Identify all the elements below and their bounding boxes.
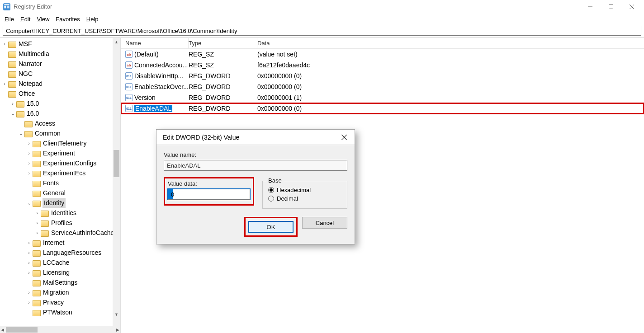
menu-file[interactable]: File [5,16,14,23]
tree-item-label: ExperimentConfigs [43,158,97,168]
value-row[interactable]: ConnectedAccou...REG_SZf6a212fe0daaed4c [121,60,644,70]
cancel-button[interactable]: Cancel [302,217,347,229]
chevron-right-icon[interactable]: › [25,140,33,147]
value-row[interactable]: EnableADALREG_DWORD0x00000000 (0) [121,103,644,114]
chevron-right-icon[interactable]: › [25,159,33,167]
tree-item-identities[interactable]: ›Identities [0,208,120,218]
tree-item-clienttelemetry[interactable]: ›ClientTelemetry [0,138,120,148]
value-row[interactable]: EnableStackOver...REG_DWORD0x00000000 (0… [121,81,644,92]
tree-item-label: 16.0 [26,108,39,118]
radio-dot-icon [268,187,274,193]
menu-view[interactable]: View [37,16,49,23]
tree-item-profiles[interactable]: ›Profiles [0,218,120,228]
chevron-right-icon[interactable]: › [25,249,33,256]
tree-item-16-0[interactable]: ⌄16.0 [0,108,120,118]
folder-icon [33,140,41,147]
close-button[interactable] [621,0,642,14]
chevron-right-icon[interactable]: › [9,100,16,107]
tree-vertical-scrollbar[interactable]: ▲ ▼ [113,38,120,326]
radio-empty-icon [268,196,274,202]
value-row[interactable]: DisableWinHttp...REG_DWORD0x00000000 (0) [121,70,644,81]
menu-edit[interactable]: Edit [20,16,30,23]
tree-item-label: Access [34,118,56,128]
ok-highlight: OK [244,217,298,237]
tree-item-ngc[interactable]: NGC [0,69,120,79]
chevron-down-icon[interactable]: ⌄ [25,199,33,206]
tree-item-identity[interactable]: ⌄Identity [0,198,120,208]
values-header[interactable]: Name Type Data [121,38,644,49]
tree-item-fonts[interactable]: Fonts [0,178,120,188]
chevron-right-icon[interactable]: › [33,229,41,236]
chevron-right-icon[interactable]: › [25,269,33,276]
chevron-right-icon[interactable]: › [1,40,8,47]
tree-item-licensing[interactable]: ›Licensing [0,267,120,277]
tree-item-label: Office [18,89,35,98]
tree-item-lccache[interactable]: ›LCCache [0,258,120,267]
tree-horizontal-scrollbar[interactable]: ◀ ▶ [0,326,120,333]
menu-help[interactable]: Help [86,16,99,23]
column-data[interactable]: Data [257,38,644,48]
folder-icon [33,249,41,256]
radio-hexadecimal[interactable]: Hexadecimal [268,187,341,193]
chevron-right-icon[interactable]: › [33,209,41,216]
radio-decimal[interactable]: Decimal [268,195,341,202]
chevron-right-icon[interactable]: › [25,150,33,157]
tree-item-ptwatson[interactable]: PTWatson [0,307,120,317]
value-data-label: Value data: [168,180,250,187]
value-type: REG_SZ [189,51,257,58]
minimize-button[interactable] [580,0,601,14]
folder-icon [33,150,41,157]
dialog-close-button[interactable] [338,131,350,143]
chevron-right-icon[interactable]: › [25,299,33,306]
folder-icon [33,309,41,316]
maximize-button[interactable] [601,0,621,14]
tree-item-label: Fonts [43,178,59,188]
folder-icon [24,130,33,137]
chevron-right-icon[interactable]: › [25,239,33,246]
column-name[interactable]: Name [121,38,189,48]
chevron-right-icon[interactable]: › [25,259,33,266]
tree-item-access[interactable]: Access [0,118,120,128]
chevron-down-icon[interactable]: ⌄ [9,110,16,117]
svg-rect-1 [4,4,9,5]
tree-item-experimentecs[interactable]: ›ExperimentEcs [0,168,120,178]
tree-item-common[interactable]: ⌄Common [0,128,120,138]
chevron-right-icon[interactable]: › [33,219,41,226]
tree-item-office[interactable]: Office [0,89,120,98]
tree-item-privacy[interactable]: ›Privacy [0,297,120,307]
tree-item-15-0[interactable]: ›15.0 [0,98,120,108]
value-name: EnableStackOver... [134,83,189,90]
tree-item-serviceauthinfocache[interactable]: ›ServiceAuthInfoCache [0,228,120,238]
folder-icon [33,169,41,177]
value-row[interactable]: (Default)REG_SZ(value not set) [121,49,644,60]
chevron-right-icon[interactable]: › [1,80,8,87]
tree-item-internet[interactable]: ›Internet [0,238,120,248]
tree-item-label: Identity [43,198,66,208]
tree-item-label: ServiceAuthInfoCache [51,228,114,238]
chevron-right-icon[interactable]: › [25,169,33,177]
address-input[interactable] [3,26,641,36]
tree-item-label: Licensing [43,267,70,277]
tree-item-experiment[interactable]: ›Experiment [0,148,120,158]
tree-item-msf[interactable]: ›MSF [0,39,120,49]
chevron-right-icon[interactable]: › [25,289,33,296]
tree-item-label: Notepad [18,79,43,89]
tree-item-narrator[interactable]: Narrator [0,59,120,69]
value-data-input[interactable] [168,189,250,200]
tree-item-migration[interactable]: ›Migration [0,287,120,297]
menu-favorites[interactable]: Favorites [56,16,80,23]
tree-item-languageresources[interactable]: ›LanguageResources [0,248,120,258]
tree-item-mailsettings[interactable]: MailSettings [0,277,120,287]
tree-item-experimentconfigs[interactable]: ›ExperimentConfigs [0,158,120,168]
ok-button[interactable]: OK [248,221,294,233]
column-type[interactable]: Type [189,38,257,48]
tree-item-general[interactable]: General [0,188,120,198]
tree-item-notepad[interactable]: ›Notepad [0,79,120,89]
chevron-down-icon[interactable]: ⌄ [17,130,24,137]
folder-icon [33,189,41,197]
value-data: f6a212fe0daaed4c [257,61,644,69]
tree-item-multimedia[interactable]: Multimedia [0,49,120,59]
value-name-input [164,160,347,171]
value-row[interactable]: VersionREG_DWORD0x00000001 (1) [121,92,644,103]
svg-rect-2 [4,5,6,6]
